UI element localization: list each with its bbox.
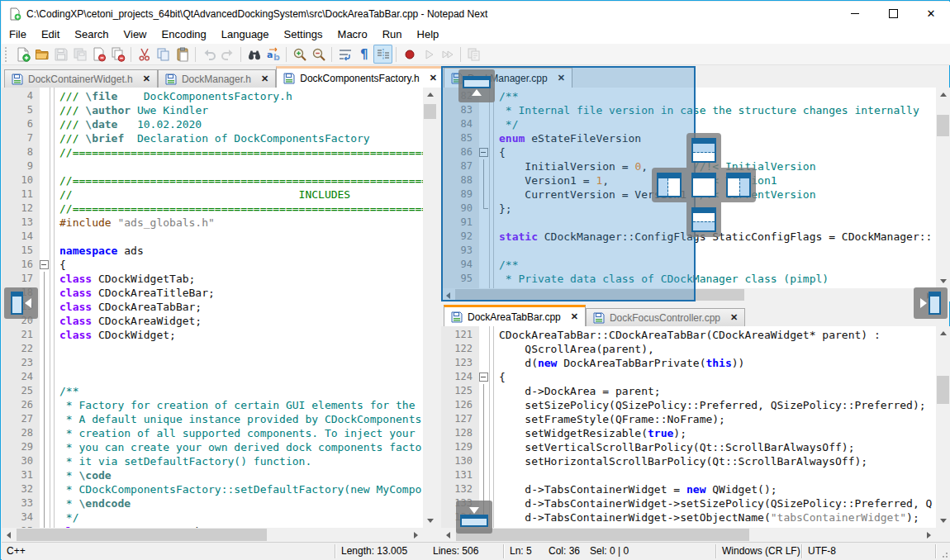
status-separator	[801, 544, 802, 558]
close-icon[interactable]: ✕	[261, 74, 268, 84]
code-line: 123 d(new DockAreaTabBarPrivate(this))	[441, 356, 936, 370]
dock-left-edge-indicator[interactable]	[4, 287, 38, 319]
vertical-scrollbar[interactable]	[936, 326, 950, 528]
find-button[interactable]	[245, 45, 264, 64]
horizontal-scrollbar[interactable]	[441, 528, 936, 542]
tab-dockmanager-h[interactable]: DockManager.h ✕	[158, 69, 276, 88]
scroll-right-icon[interactable]	[409, 528, 423, 542]
code-line: 18class CDockAreaTitleBar;	[2, 286, 423, 300]
status-encoding[interactable]: UTF-8	[808, 543, 836, 560]
dock-drop-center[interactable]	[686, 168, 721, 202]
menu-view[interactable]: View	[116, 26, 154, 44]
undo-icon	[202, 47, 216, 62]
tab-dockcomponentsfactory-h[interactable]: DockComponentsFactory.h ✕	[276, 66, 444, 88]
word-wrap-button[interactable]	[335, 45, 354, 64]
save-all-button[interactable]	[70, 45, 89, 64]
toolbar: ab ¶	[2, 44, 950, 65]
code-line: 22	[2, 342, 423, 356]
status-language[interactable]: C++	[7, 543, 26, 560]
tab-dockareatabbar-cpp[interactable]: DockAreaTabBar.cpp ✕	[444, 305, 586, 326]
menu-search[interactable]: Search	[67, 26, 116, 44]
dock-top-edge-indicator[interactable]	[458, 69, 495, 102]
vertical-scrollbar[interactable]	[423, 88, 437, 528]
indent-guide-button[interactable]	[373, 45, 392, 64]
macro-run-multiple-button[interactable]	[438, 45, 457, 64]
save-icon	[283, 73, 295, 84]
scroll-right-icon[interactable]	[922, 528, 936, 542]
menu-settings[interactable]: Settings	[277, 26, 330, 44]
undo-button[interactable]	[199, 45, 218, 64]
minimize-button[interactable]	[836, 2, 874, 26]
tab-dockfocuscontroller-cpp[interactable]: DockFocusController.cpp ✕	[586, 308, 745, 326]
scroll-left-icon[interactable]	[2, 528, 16, 542]
dock-bottom-edge-indicator[interactable]	[456, 501, 492, 534]
close-icon[interactable]: ✕	[143, 74, 150, 84]
menu-run[interactable]: Run	[375, 26, 410, 44]
toolbar-grip[interactable]	[5, 47, 9, 62]
macro-play-button[interactable]	[419, 45, 438, 64]
show-all-characters-button[interactable]: ¶	[354, 45, 373, 64]
svg-text:¶: ¶	[360, 47, 368, 62]
vertical-scrollbar[interactable]	[936, 88, 950, 288]
close-icon[interactable]: ✕	[430, 73, 437, 83]
indent-guide-icon	[376, 47, 391, 62]
dock-drop-bottom[interactable]	[686, 202, 721, 237]
find-icon	[247, 47, 262, 62]
macro-record-button[interactable]	[400, 45, 419, 64]
zoom-out-button[interactable]	[309, 45, 328, 64]
close-icon[interactable]: ✕	[571, 311, 578, 322]
menu-encoding[interactable]: Encoding	[154, 26, 214, 44]
scrollbar-thumb[interactable]	[424, 104, 436, 119]
scrollbar-thumb[interactable]	[456, 529, 749, 541]
scroll-up-icon[interactable]	[936, 88, 950, 102]
scroll-left-icon[interactable]	[441, 528, 455, 542]
menu-help[interactable]: Help	[410, 26, 447, 44]
open-file-button[interactable]	[32, 45, 51, 64]
status-eol[interactable]: Windows (CR LF)	[722, 543, 800, 560]
horizontal-scrollbar[interactable]	[2, 528, 423, 542]
maximize-button[interactable]	[874, 2, 912, 26]
resize-grip[interactable]	[939, 549, 948, 558]
scrollbar-thumb[interactable]	[17, 529, 267, 541]
dock-drop-left[interactable]	[652, 168, 686, 202]
editor-dockcomponentsfactory[interactable]: 4/// \file DockComponentsFactory.h5/// \…	[2, 88, 423, 528]
zoom-in-button[interactable]	[290, 45, 309, 64]
scroll-down-icon[interactable]	[936, 514, 950, 528]
menu-file[interactable]: File	[2, 26, 34, 44]
menu-edit[interactable]: Edit	[34, 26, 67, 44]
new-file-button[interactable]	[13, 45, 32, 64]
paste-button[interactable]	[173, 45, 192, 64]
scroll-down-icon[interactable]	[936, 274, 950, 288]
menu-language[interactable]: Language	[214, 26, 277, 44]
code-line: 17class CDockWidgetTab;	[2, 272, 423, 286]
dock-split-bottom-icon	[691, 207, 716, 232]
code-line: 28 * creation of all supported component…	[2, 426, 423, 440]
scroll-up-icon[interactable]	[423, 88, 437, 102]
clone-document-button[interactable]	[464, 45, 483, 64]
maximize-icon	[889, 9, 898, 18]
save-button[interactable]	[51, 45, 70, 64]
editor-dockareatabbar[interactable]: 121CDockAreaTabBar::CDockAreaTabBar(CDoc…	[441, 326, 936, 528]
dock-drop-right[interactable]	[721, 168, 756, 202]
code-line: 24	[2, 370, 423, 384]
close-file-button[interactable]	[89, 45, 108, 64]
code-line: 21class CDockWidget;	[2, 328, 423, 342]
scrollbar-thumb[interactable]	[937, 115, 949, 136]
tab-dockcontainerwidget-h[interactable]: DockContainerWidget.h ✕	[4, 69, 158, 88]
scroll-down-icon[interactable]	[423, 514, 437, 528]
close-all-button[interactable]	[108, 45, 127, 64]
redo-button[interactable]	[218, 45, 237, 64]
cut-button[interactable]	[135, 45, 154, 64]
close-icon[interactable]: ✕	[730, 312, 738, 323]
dock-right-edge-indicator[interactable]	[914, 287, 948, 319]
replace-button[interactable]: ab	[264, 45, 283, 64]
dock-drop-top[interactable]	[686, 133, 721, 168]
scroll-up-icon[interactable]	[936, 326, 950, 340]
close-button[interactable]: ✕	[912, 2, 950, 26]
code-line: 32 * CDockComponentsFactory::setDefaultF…	[2, 482, 423, 496]
tab-label: DockManager.h	[182, 74, 251, 85]
scrollbar-thumb[interactable]	[937, 376, 949, 404]
toolbar-separator	[396, 47, 397, 62]
menu-macro[interactable]: Macro	[330, 26, 375, 44]
copy-button[interactable]	[154, 45, 173, 64]
